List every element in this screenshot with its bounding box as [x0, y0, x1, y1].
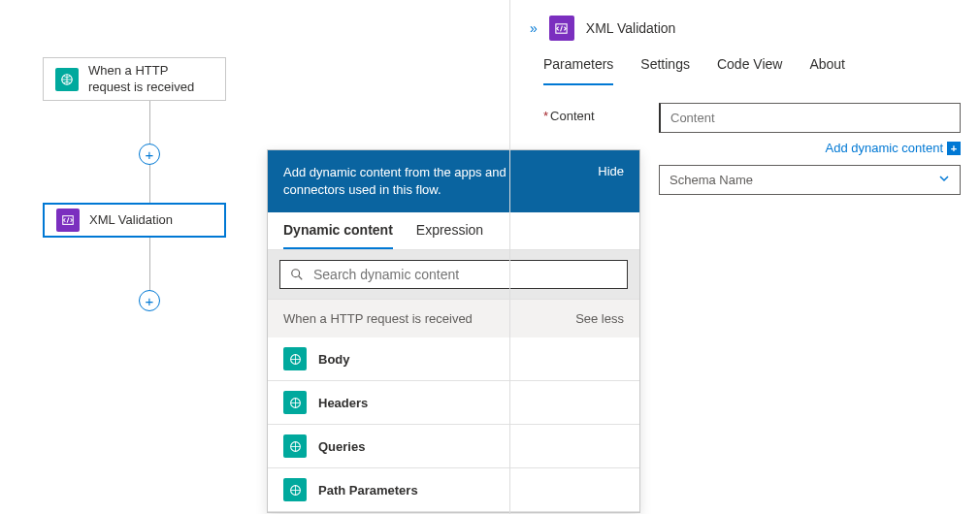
svg-line-3	[299, 276, 303, 280]
item-label: Queries	[318, 439, 365, 454]
action-label: XML Validation	[89, 212, 173, 229]
item-label: Path Parameters	[318, 483, 418, 498]
details-panel: » XML Validation Parameters Settings Cod…	[509, 0, 980, 514]
tab-parameters[interactable]: Parameters	[543, 56, 613, 85]
collapse-icon[interactable]: »	[530, 20, 538, 36]
schema-name-select[interactable]: Schema Name	[659, 165, 961, 195]
add-step-button[interactable]: +	[139, 290, 160, 311]
http-icon	[283, 391, 307, 414]
tab-codeview[interactable]: Code View	[717, 56, 782, 85]
panel-title: XML Validation	[586, 20, 676, 36]
trigger-node[interactable]: When a HTTP request is received	[43, 57, 226, 101]
panel-tabs: Parameters Settings Code View About	[510, 50, 980, 85]
tab-about[interactable]: About	[809, 56, 845, 85]
connector-line	[149, 238, 150, 290]
http-icon	[283, 478, 307, 501]
schema-label	[543, 165, 645, 171]
trigger-label: When a HTTP request is received	[88, 63, 213, 96]
item-label: Headers	[318, 396, 368, 410]
item-label: Body	[318, 352, 350, 367]
add-step-button[interactable]: +	[139, 144, 160, 165]
http-icon	[283, 434, 307, 458]
popover-header-text: Add dynamic content from the apps and co…	[283, 164, 545, 199]
action-node[interactable]: XML Validation	[43, 203, 226, 238]
svg-point-2	[292, 270, 300, 277]
section-title: When a HTTP request is received	[283, 311, 473, 326]
tab-settings[interactable]: Settings	[640, 56, 690, 85]
xml-validation-icon	[549, 16, 574, 41]
add-dynamic-content-link[interactable]: Add dynamic content +	[510, 137, 980, 165]
xml-validation-icon	[56, 209, 80, 232]
tab-expression[interactable]: Expression	[416, 222, 483, 249]
search-icon	[290, 268, 304, 281]
chevron-down-icon	[938, 173, 950, 187]
content-label: Content	[543, 103, 645, 123]
http-icon	[283, 347, 307, 370]
select-placeholder: Schema Name	[670, 173, 753, 187]
tab-dynamic-content[interactable]: Dynamic content	[283, 222, 393, 249]
plus-icon: +	[947, 142, 961, 155]
http-icon	[55, 68, 79, 91]
content-input[interactable]	[659, 103, 961, 133]
